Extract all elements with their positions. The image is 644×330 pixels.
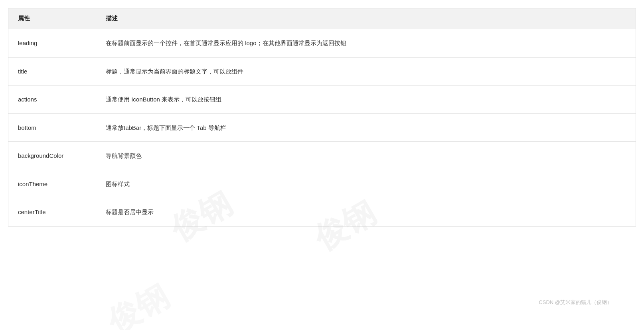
property-cell: centerTitle <box>8 198 96 227</box>
table-row: actions通常使用 IconButton 来表示，可以放按钮组 <box>8 85 636 114</box>
table-row: centerTitle标题是否居中显示 <box>8 198 636 227</box>
description-cell: 标题是否居中显示 <box>96 198 636 227</box>
property-cell: backgroundColor <box>8 142 96 170</box>
table-row: iconTheme图标样式 <box>8 170 636 198</box>
table-row: title标题，通常显示为当前界面的标题文字，可以放组件 <box>8 57 636 85</box>
property-cell: actions <box>8 85 96 114</box>
property-cell: title <box>8 57 96 85</box>
property-cell: leading <box>8 29 96 58</box>
svg-text:俊钢: 俊钢 <box>101 277 174 330</box>
description-cell: 图标样式 <box>96 170 636 198</box>
column-header-description: 描述 <box>96 8 636 29</box>
watermark-text: CSDN @艾米家的猫儿（俊钢） <box>539 299 612 306</box>
property-cell: bottom <box>8 113 96 142</box>
table-container: 属性 描述 leading在标题前面显示的一个控件，在首页通常显示应用的 log… <box>0 8 644 227</box>
description-cell: 标题，通常显示为当前界面的标题文字，可以放组件 <box>96 57 636 85</box>
property-cell: iconTheme <box>8 170 96 198</box>
table-row: backgroundColor导航背景颜色 <box>8 142 636 170</box>
column-header-property: 属性 <box>8 8 96 29</box>
description-cell: 通常放tabBar，标题下面显示一个 Tab 导航栏 <box>96 113 636 142</box>
table-header-row: 属性 描述 <box>8 8 636 29</box>
description-cell: 导航背景颜色 <box>96 142 636 170</box>
table-row: bottom通常放tabBar，标题下面显示一个 Tab 导航栏 <box>8 113 636 142</box>
description-cell: 通常使用 IconButton 来表示，可以放按钮组 <box>96 85 636 114</box>
table-row: leading在标题前面显示的一个控件，在首页通常显示应用的 logo；在其他界… <box>8 29 636 58</box>
description-cell: 在标题前面显示的一个控件，在首页通常显示应用的 logo；在其他界面通常显示为返… <box>96 29 636 58</box>
properties-table: 属性 描述 leading在标题前面显示的一个控件，在首页通常显示应用的 log… <box>8 8 636 227</box>
